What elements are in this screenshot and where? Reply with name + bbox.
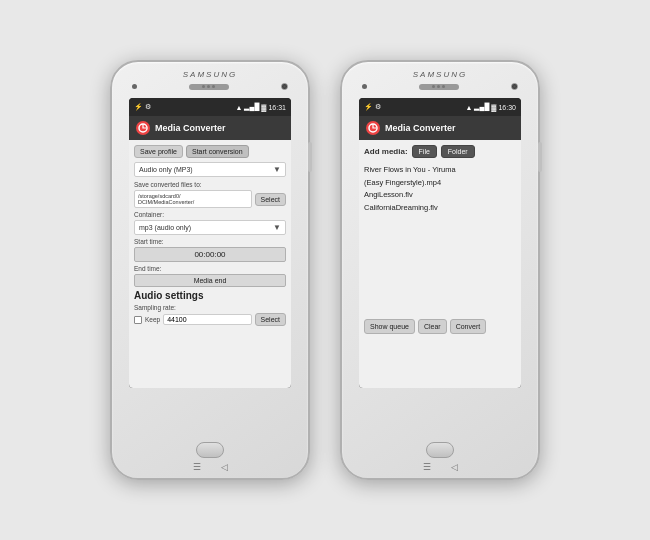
phone-1-bottom: ☰ ◁ — [193, 388, 228, 478]
end-time-value[interactable]: Media end — [134, 274, 286, 287]
start-time-label: Start time: — [134, 238, 286, 245]
phone-1: SAMSUNG ⚡ ⚙ ▲ ▂▄█ ▓ 16:31 — [110, 60, 310, 480]
status-icons-2: ⚙ — [375, 103, 381, 111]
sensor-2 — [362, 84, 367, 89]
home-button-1[interactable] — [196, 442, 224, 458]
camera-2 — [511, 83, 518, 90]
app-screen-1: Media Converter Save profile Start conve… — [129, 116, 291, 388]
save-profile-button[interactable]: Save profile — [134, 145, 183, 158]
app-content-1: Save profile Start conversion Audio only… — [129, 140, 291, 331]
end-time-label: End time: — [134, 265, 286, 272]
home-button-2[interactable] — [426, 442, 454, 458]
top-bar — [132, 83, 289, 90]
select-path-button[interactable]: Select — [255, 193, 286, 206]
keep-label: Keep — [145, 316, 160, 323]
battery-icon-2: ▓ — [491, 104, 496, 111]
usb-icon-2: ⚡ — [364, 103, 373, 111]
status-left: ⚡ ⚙ — [134, 103, 151, 111]
save-files-label: Save converted files to: — [134, 181, 286, 188]
clock-2: 16:30 — [498, 104, 516, 111]
folder-button[interactable]: Folder — [441, 145, 475, 158]
audio-settings-title: Audio settings — [134, 290, 286, 301]
top-bar-2 — [362, 83, 519, 90]
sampling-row: Keep 44100 Select — [134, 313, 286, 326]
clear-button[interactable]: Clear — [418, 319, 447, 334]
add-media-label: Add media: — [364, 147, 408, 156]
battery-icon: ▓ — [261, 104, 266, 111]
sampling-value[interactable]: 44100 — [163, 314, 251, 325]
status-icons: ⚙ — [145, 103, 151, 111]
status-left-2: ⚡ ⚙ — [364, 103, 381, 111]
file-button[interactable]: File — [412, 145, 437, 158]
phone-1-screen: ⚡ ⚙ ▲ ▂▄█ ▓ 16:31 Media Converter — [129, 98, 291, 388]
media-list: River Flows in You - Yiruma (Easy Finger… — [364, 164, 516, 314]
media-item-3[interactable]: AngiLesson.flv — [364, 189, 516, 202]
path-row: /storage/sdcard0/ DCIM/MediaConverter/ S… — [134, 190, 286, 208]
media-item-4[interactable]: CaliforniaDreaming.flv — [364, 202, 516, 215]
volume-button[interactable] — [308, 142, 312, 172]
camera — [281, 83, 288, 90]
status-right-2: ▲ ▂▄█ ▓ 16:30 — [466, 103, 517, 111]
media-item-2[interactable]: (Easy Fingerstyle).mp4 — [364, 177, 516, 190]
wifi-icon-2: ▲ — [466, 104, 473, 111]
phone-2-top: SAMSUNG — [342, 62, 538, 98]
volume-button-2[interactable] — [538, 142, 542, 172]
brand-logo-2: SAMSUNG — [413, 70, 467, 79]
container-value: mp3 (audio only) — [139, 224, 191, 231]
app-icon-1 — [136, 121, 150, 135]
add-media-row: Add media: File Folder — [364, 145, 516, 158]
speaker — [189, 84, 229, 90]
usb-icon: ⚡ — [134, 103, 143, 111]
bottom-actions: Show queue Clear Convert — [364, 319, 516, 334]
app-title-2: Media Converter — [385, 123, 456, 133]
container-arrow-icon: ▼ — [273, 223, 281, 232]
phone-2-screen: ⚡ ⚙ ▲ ▂▄█ ▓ 16:30 Media Converter — [359, 98, 521, 388]
phone-1-top: SAMSUNG — [112, 62, 308, 98]
brand-logo: SAMSUNG — [183, 70, 237, 79]
wifi-icon: ▲ — [236, 104, 243, 111]
container-dropdown[interactable]: mp3 (audio only) ▼ — [134, 220, 286, 235]
container-label: Container: — [134, 211, 286, 218]
sensor — [132, 84, 137, 89]
menu-button-1[interactable]: ☰ — [193, 462, 201, 472]
app-content-2: Add media: File Folder River Flows in Yo… — [359, 140, 521, 339]
app-icon-2 — [366, 121, 380, 135]
status-bar-1: ⚡ ⚙ ▲ ▂▄█ ▓ 16:31 — [129, 98, 291, 116]
audio-format-value: Audio only (MP3) — [139, 166, 193, 173]
toolbar-1: Save profile Start conversion — [134, 145, 286, 158]
sampling-number: 44100 — [167, 316, 186, 323]
select-sampling-button[interactable]: Select — [255, 313, 286, 326]
container-section: Container: mp3 (audio only) ▼ — [134, 211, 286, 235]
status-right: ▲ ▂▄█ ▓ 16:31 — [236, 103, 287, 111]
keep-checkbox[interactable] — [134, 316, 142, 324]
show-queue-button[interactable]: Show queue — [364, 319, 415, 334]
media-item-1[interactable]: River Flows in You - Yiruma — [364, 164, 516, 177]
path-text: /storage/sdcard0/ DCIM/MediaConverter/ — [138, 193, 194, 205]
signal-icon-2: ▂▄█ — [474, 103, 489, 111]
status-bar-2: ⚡ ⚙ ▲ ▂▄█ ▓ 16:30 — [359, 98, 521, 116]
phone-2-bottom: ☰ ◁ — [423, 388, 458, 478]
phone-2: SAMSUNG ⚡ ⚙ ▲ ▂▄█ ▓ 16:30 — [340, 60, 540, 480]
sampling-rate-label: Sampling rate: — [134, 304, 286, 311]
signal-icon: ▂▄█ — [244, 103, 259, 111]
start-time-value[interactable]: 00:00:00 — [134, 247, 286, 262]
start-conversion-button[interactable]: Start conversion — [186, 145, 249, 158]
audio-format-dropdown[interactable]: Audio only (MP3) ▼ — [134, 162, 286, 177]
nav-buttons-2: ☰ ◁ — [423, 462, 458, 472]
app-header-2: Media Converter — [359, 116, 521, 140]
app-header-1: Media Converter — [129, 116, 291, 140]
dropdown-arrow-icon: ▼ — [273, 165, 281, 174]
convert-button[interactable]: Convert — [450, 319, 487, 334]
speaker-2 — [419, 84, 459, 90]
clock: 16:31 — [268, 104, 286, 111]
back-button-1[interactable]: ◁ — [221, 462, 228, 472]
app-screen-2: Media Converter Add media: File Folder R… — [359, 116, 521, 388]
nav-buttons-1: ☰ ◁ — [193, 462, 228, 472]
menu-button-2[interactable]: ☰ — [423, 462, 431, 472]
path-value: /storage/sdcard0/ DCIM/MediaConverter/ — [134, 190, 252, 208]
back-button-2[interactable]: ◁ — [451, 462, 458, 472]
app-title-1: Media Converter — [155, 123, 226, 133]
